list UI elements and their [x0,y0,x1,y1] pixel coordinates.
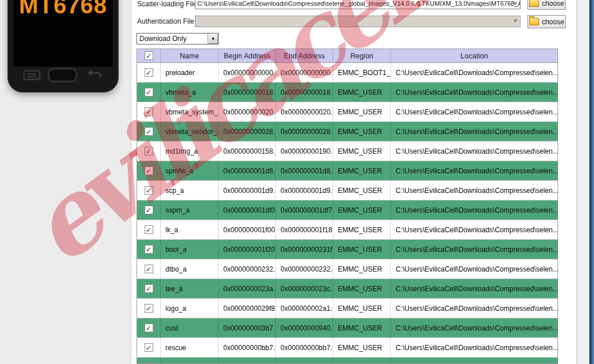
row-checkbox[interactable]: ✓ [145,147,153,155]
partition-name-cell: logo_a [161,299,219,318]
row-checkbox-cell: ✓ [137,83,161,102]
back-icon [84,69,103,81]
region-cell: EMMC_USER [333,259,391,278]
location-cell: C:\Users\EvilicaCell\Downloads\Compresse… [391,63,558,82]
end-address-cell: 0x00000000190... [276,142,333,161]
location-cell: C:\Users\EvilicaCell\Downloads\Compresse… [391,318,558,337]
location-cell: C:\Users\EvilicaCell\Downloads\Compresse… [391,142,558,161]
begin-address-cell: 0x00000000018... [219,83,276,102]
row-checkbox[interactable]: ✓ [145,68,153,77]
scatter-file-label: Scatter-loading File [137,0,197,8]
select-all-header-cell[interactable]: ✓ [137,49,161,62]
row-checkbox-cell: ✓ [137,220,161,239]
partition-name-cell: rescue [161,338,219,357]
row-checkbox[interactable]: ✓ [145,107,153,116]
row-checkbox[interactable]: ✓ [145,88,153,96]
row-checkbox-cell: ✓ [137,338,161,357]
select-all-checkbox[interactable]: ✓ [145,51,153,60]
row-checkbox[interactable]: ✓ [145,206,153,214]
auth-choose-button[interactable]: choose [527,15,566,28]
end-address-cell: 0x0000000023c... [276,279,333,298]
phone-image: MT6768 [8,0,119,92]
row-checkbox[interactable]: ✓ [145,284,153,293]
location-cell: C:\Users\EvilicaCell\Downloads\Compresse… [391,102,558,121]
download-mode-value: Download Only [137,34,218,44]
region-cell: EMMC_USER [333,161,391,180]
end-address-cell: 0x00000000000... [276,63,333,82]
region-cell: EMMC_USER [333,240,391,259]
begin-address-cell: 0x000000001f20... [219,240,276,259]
row-checkbox[interactable]: ✓ [145,166,153,175]
region-cell: EMMC_USER [333,142,391,161]
region-cell: EMMC_USER [333,318,391,337]
region-cell: EMMC_USER [333,358,391,364]
table-row[interactable]: ✓lk_a0x000000001f00...0x000000001f18...E… [137,220,558,240]
row-checkbox[interactable]: ✓ [145,186,153,195]
row-checkbox[interactable]: ✓ [145,265,153,273]
region-cell: EMMC_USER [333,338,391,357]
row-checkbox[interactable]: ✓ [145,245,153,254]
scatter-file-combo[interactable]: C:\Users\EvilicaCell\Downloads\Compresse… [195,0,521,9]
table-row[interactable]: ✓vbmeta_vendor_a0x00000000028...0x000000… [137,122,558,142]
table-row[interactable]: ✓cust0x000000003b7...0x00000000940...EMM… [137,318,558,338]
auth-file-combo[interactable]: ∨ [195,16,521,27]
row-checkbox-cell: ✓ [137,122,161,141]
table-row[interactable]: ✓sspm_a0x000000001df0...0x000000001df7..… [137,200,558,220]
table-row[interactable]: ✓dtbo_a0x00000000232...0x00000000232...E… [137,259,558,279]
scatter-choose-button[interactable]: choose [527,0,566,10]
table-row[interactable]: ✓tee_a0x0000000023a...0x0000000023c...EM… [137,279,558,299]
phone-screen: MT6768 [13,0,113,66]
end-address-cell: 0x00000000... [276,358,333,364]
begin-address-cell: 0x00000000... [219,358,276,364]
end-address-cell: 0x00000000bb7... [276,338,333,357]
location-cell: C:\Users\EvilicaCell\Downloads\Compresse… [391,358,558,364]
row-checkbox[interactable]: ✓ [145,304,153,313]
partition-name-cell: vbmeta_a [161,83,219,102]
row-checkbox-cell: ✓ [137,102,161,121]
row-checkbox[interactable]: ✓ [145,225,153,234]
column-header-begin-address[interactable]: Begin Address [219,49,276,62]
table-row[interactable]: ✓scp_a0x000000001d9...0x000000001d9...EM… [137,181,558,200]
location-cell: C:\Users\EvilicaCell\Downloads\Compresse… [391,338,558,357]
row-checkbox[interactable]: ✓ [145,324,153,332]
region-cell: EMMC_USER [333,181,391,200]
region-cell: EMMC_USER [333,299,391,318]
column-header-end-address[interactable]: End Address [276,49,333,62]
table-row[interactable]: ✓boot_a0x000000001f20...0x00000000231f..… [137,240,558,259]
column-header-location[interactable]: Location [391,49,558,62]
row-checkbox[interactable]: ✓ [145,127,153,136]
begin-address-cell: 0x0000000023a... [219,279,276,298]
partition-name-cell: spmfw_a [161,161,219,180]
table-row[interactable]: ✓spmfw_a0x000000001d8...0x000000001d8...… [137,161,558,181]
end-address-cell: 0x00000000020... [276,102,333,121]
location-cell: C:\Users\EvilicaCell\Downloads\Compresse… [391,161,558,180]
table-row[interactable]: ✓preloader0x00000000000...0x00000000000.… [137,63,558,83]
table-row[interactable]: ✓md1img_a0x00000000158...0x00000000190..… [137,142,558,161]
chevron-down-icon[interactable]: ∨ [513,0,518,6]
dropdown-arrow-icon[interactable]: ▼ [208,34,218,44]
region-cell: EMMC_USER [333,122,391,141]
column-header-region[interactable]: Region [333,49,391,62]
table-row[interactable]: ✓logo_a0x0000000029f8...0x000000002a1...… [137,299,558,318]
begin-address-cell: 0x00000000bb7... [219,338,276,357]
region-cell: EMMC_BOOT1_... [333,63,391,82]
partition-name-cell: tee_a [161,279,219,298]
end-address-cell: 0x00000000232... [276,259,333,278]
location-cell: C:\Users\EvilicaCell\Downloads\Compresse… [391,181,558,200]
region-cell: EMMC_USER [333,220,391,239]
end-address-cell: 0x000000001d8... [276,161,333,180]
table-row[interactable]: ✓vbmeta_system_a0x00000000020...0x000000… [137,102,558,122]
begin-address-cell: 0x000000001d8... [219,161,276,180]
begin-address-cell: 0x00000000000... [219,63,276,82]
download-mode-select[interactable]: Download Only ▼ [136,33,219,44]
window-edge [589,0,594,364]
column-header-name[interactable]: Name [161,49,219,62]
table-row[interactable]: ✓rescue0x00000000bb7...0x00000000bb7...E… [137,338,558,358]
row-checkbox[interactable]: ✓ [145,343,153,352]
partition-name-cell: md1img_a [161,142,219,161]
table-row[interactable]: ✓vbmeta_a0x00000000018...0x00000000018..… [137,83,558,102]
table-row[interactable]: ✓0x00000000...0x00000000...EMMC_USERC:\U… [137,358,558,364]
folder-icon [529,0,539,7]
chevron-down-icon[interactable]: ∨ [513,17,518,23]
location-cell: C:\Users\EvilicaCell\Downloads\Compresse… [391,200,558,220]
